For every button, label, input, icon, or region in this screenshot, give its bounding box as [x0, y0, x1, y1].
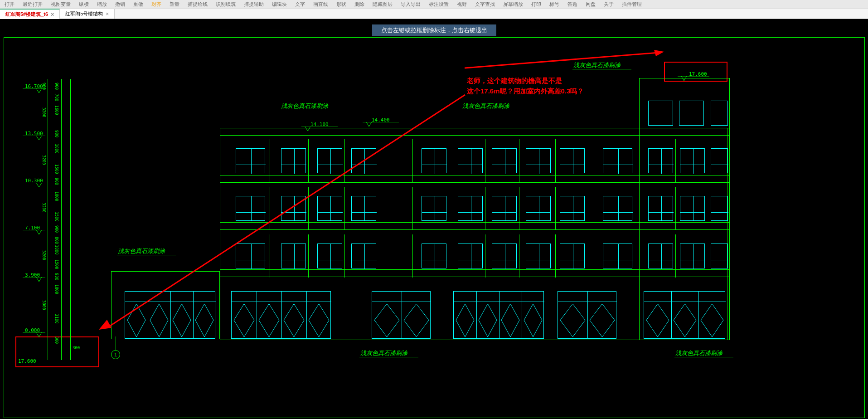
menu-item[interactable]: 标号	[549, 1, 559, 8]
window	[711, 244, 728, 268]
window	[560, 196, 585, 221]
menu-item[interactable]: 隐藏图层	[373, 1, 393, 8]
elevation-mark-icon	[23, 332, 45, 338]
dim-label: 900	[42, 83, 46, 90]
dim-label: 1800	[54, 144, 59, 154]
pilaster	[555, 139, 556, 182]
menu-item[interactable]: 标注设置	[429, 1, 449, 8]
dim-label: 3900	[42, 300, 46, 310]
menu-item[interactable]: 文字	[295, 1, 305, 8]
pilaster	[519, 234, 519, 278]
pilaster	[675, 234, 676, 278]
dim-line	[61, 79, 62, 360]
window	[711, 148, 728, 173]
menu-item[interactable]: 捕捉绘线	[188, 1, 208, 8]
window	[648, 196, 673, 221]
pilaster	[594, 234, 594, 278]
leader-line	[674, 357, 733, 357]
dim-label: 3200	[42, 107, 46, 117]
menu-item[interactable]: 对齐	[151, 1, 161, 8]
window	[648, 101, 673, 126]
pilaster	[555, 234, 556, 278]
pilaster	[639, 187, 640, 230]
arrow-icon	[99, 94, 466, 330]
menu-item[interactable]: 删除	[354, 1, 364, 8]
dim-label: 1500	[54, 212, 59, 222]
menu-item[interactable]: 视图变量	[51, 1, 71, 8]
drawing-canvas[interactable]: 点击左键或拉框删除标注，点击右键退出 老师，这个建筑物的檐高是不是 这个17.6…	[0, 19, 868, 419]
menu-item[interactable]: 屏幕缩放	[503, 1, 523, 8]
dim-label: 1800	[54, 284, 59, 294]
tab-label: 红军阁5号楼结构	[65, 10, 103, 17]
floor-line	[220, 339, 730, 339]
window	[680, 244, 705, 268]
floor-line	[639, 128, 730, 128]
close-icon[interactable]: ×	[106, 11, 109, 17]
menu-item[interactable]: 纵横	[79, 1, 89, 8]
menu-item[interactable]: 最近打开	[23, 1, 43, 8]
pilaster	[519, 187, 519, 230]
menu-item[interactable]: 塑量	[170, 1, 179, 8]
dim-label: 3100	[54, 314, 59, 324]
menu-item[interactable]: 打印	[531, 1, 541, 8]
dim-label: 300	[73, 346, 80, 350]
menu-item[interactable]: 关于	[604, 1, 614, 8]
elevation-mark-icon	[23, 277, 45, 283]
dim-label: 3200	[42, 250, 46, 260]
menu-item[interactable]: 形状	[336, 1, 346, 8]
menu-item[interactable]: 撤销	[115, 1, 125, 8]
elevation-mark-icon	[23, 230, 45, 235]
elevation-mark-icon	[23, 183, 45, 188]
grid-line	[116, 336, 116, 350]
menu-item[interactable]: 网盘	[586, 1, 596, 8]
menu-item[interactable]: 识别续筑	[216, 1, 236, 8]
menu-item[interactable]: 打开	[5, 1, 15, 8]
window	[492, 244, 517, 268]
menu-item[interactable]: 捕捉辅助	[244, 1, 264, 8]
menu-item[interactable]: 答题	[567, 1, 577, 8]
window	[526, 148, 551, 173]
menu-item[interactable]: 重做	[133, 1, 143, 8]
window	[711, 101, 728, 126]
dim-label: 900	[54, 130, 59, 137]
menu-item[interactable]: 文字查找	[475, 1, 495, 8]
dim-label: 3200	[42, 203, 46, 213]
file-tab-active[interactable]: 红军阁5#楼建筑_t6 ×	[0, 9, 60, 19]
pilaster	[519, 139, 519, 182]
window	[603, 148, 632, 173]
floor-line	[639, 78, 730, 78]
svg-marker-3	[99, 320, 112, 330]
dim-line	[48, 79, 48, 360]
window	[492, 196, 517, 221]
menu-item[interactable]: 画直线	[313, 1, 328, 8]
elevation-mark-icon	[23, 136, 45, 141]
dim-label: 1500	[54, 259, 59, 269]
leader-line	[461, 110, 520, 110]
dim-label: 1600	[54, 105, 59, 115]
paint-label: 浅灰色真石漆刷涂	[462, 102, 509, 110]
pilaster	[555, 187, 556, 230]
menu-item[interactable]: 缩放	[97, 1, 107, 8]
dim-label: 1800	[54, 191, 59, 201]
annotation-text: 老师，这个建筑物的檐高是不是 这个17.6m呢？用加室内外高差0.3吗？	[467, 76, 584, 96]
window	[526, 196, 551, 221]
pilaster	[485, 234, 485, 278]
pilaster	[594, 187, 594, 230]
door	[644, 291, 725, 339]
tab-label: 红军阁5#楼建筑_t6	[5, 11, 48, 18]
svg-line-0	[465, 53, 659, 68]
close-icon[interactable]: ×	[51, 11, 54, 18]
door	[558, 291, 616, 339]
menu-item[interactable]: 编辑块	[272, 1, 287, 8]
paint-label: 浅灰色真石漆刷涂	[675, 349, 723, 357]
dim-label: 700	[54, 94, 59, 101]
window	[680, 148, 705, 173]
file-tab[interactable]: 红军阁5号楼结构 ×	[60, 9, 115, 19]
svg-line-2	[107, 95, 465, 328]
menu-item[interactable]: 插件管理	[622, 1, 642, 8]
elevation-label: 17.600	[18, 358, 36, 364]
menu-item[interactable]: 视野	[457, 1, 467, 8]
dim-label: 900	[54, 273, 59, 280]
arrow-icon	[465, 50, 664, 69]
menu-item[interactable]: 导入导出	[401, 1, 421, 8]
